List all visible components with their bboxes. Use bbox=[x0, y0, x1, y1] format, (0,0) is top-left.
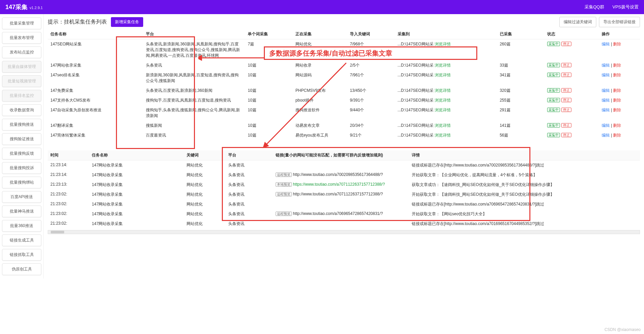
qq-group-link[interactable]: 采集QQ群 bbox=[585, 4, 604, 10]
cell-action: 编辑 | 删除 bbox=[599, 70, 640, 86]
sidebar-item-9[interactable]: 批量搜狗反馈 bbox=[2, 148, 41, 159]
edit-link[interactable]: 编辑 bbox=[602, 88, 610, 93]
cell-collect-to: ...D:\147SEO网站采 浏览详情 bbox=[395, 131, 497, 140]
task-row: 147网站收录采集头条资讯10篇网站收录2/5个...D:\147SEO网站采 … bbox=[48, 61, 640, 70]
cell-name: 147简体转繁体采集 bbox=[48, 131, 143, 140]
browse-detail-link[interactable]: 浏览详情 bbox=[435, 123, 451, 128]
log-plat: 头条资讯 bbox=[226, 180, 273, 190]
cell-action: 编辑 | 删除 bbox=[599, 96, 640, 105]
browse-detail-link[interactable]: 浏览详情 bbox=[435, 108, 451, 112]
log-detail: 链接或标题已存在[http://www.toutiao.com/a7016965… bbox=[409, 219, 640, 229]
stop-button[interactable]: 停止 bbox=[561, 88, 571, 92]
delete-link[interactable]: 删除 bbox=[613, 42, 621, 46]
delete-link[interactable]: 删除 bbox=[613, 88, 621, 93]
status-badge: 采集中 bbox=[547, 133, 560, 137]
export-errors-button[interactable]: 导出全部错误链接 bbox=[599, 17, 640, 27]
log-task: 147网站收录采集 bbox=[89, 209, 184, 219]
log-task: 147网站收录采集 bbox=[89, 219, 184, 229]
log-row: 21:23:14:147网站收录采集网站优化头条资讯远程预览http://www… bbox=[48, 170, 640, 180]
log-url[interactable]: http://www.toutiao.com/a7002098535617364… bbox=[293, 172, 383, 177]
edit-link[interactable]: 编辑 bbox=[602, 133, 610, 138]
local-preview-tag[interactable]: 本地预览 bbox=[276, 182, 292, 187]
sidebar-item-16[interactable]: 链接抓取工具 bbox=[2, 249, 41, 261]
log-row: 21:23:02:147网站收录采集网站优化头条资讯远程预览http://www… bbox=[48, 209, 640, 219]
browse-detail-link[interactable]: 浏览详情 bbox=[435, 42, 451, 46]
edit-link[interactable]: 编辑 bbox=[602, 98, 610, 103]
log-row: 21:23:02:147网站收录采集网站优化头条资讯链接或标题已存在[http:… bbox=[48, 199, 640, 209]
log-time: 21:23:02: bbox=[48, 199, 89, 209]
delete-link[interactable]: 删除 bbox=[613, 63, 621, 68]
cell-collecting: 易优eyou发布工具 bbox=[293, 131, 347, 140]
log-row: 21:23:02:147网站收录采集网站优化头条资讯链接或标题已存在[http:… bbox=[48, 219, 640, 229]
stop-button[interactable]: 停止 bbox=[561, 63, 571, 67]
stop-button[interactable]: 停止 bbox=[561, 42, 571, 46]
topbar: 147采集 v1.2.9.1 采集QQ群 VPS拨号设置 bbox=[0, 0, 644, 14]
delete-link[interactable]: 删除 bbox=[613, 123, 621, 128]
cell-collect-to: ...D:\147SEO网站采 浏览详情 bbox=[395, 96, 497, 105]
cell-perword: 10篇 bbox=[245, 121, 293, 131]
delete-link[interactable]: 删除 bbox=[613, 108, 621, 112]
cell-collect-to: ...D:\147SEO网站采 浏览详情 bbox=[395, 70, 497, 86]
sidebar-item-14[interactable]: 批量360推送 bbox=[2, 220, 41, 232]
delete-link[interactable]: 删除 bbox=[613, 133, 621, 138]
col-action: 操作 bbox=[599, 29, 640, 39]
col-perword: 单个词采集 bbox=[245, 29, 293, 39]
cell-action: 编辑 | 删除 bbox=[599, 39, 640, 61]
log-url[interactable]: http://www.toutiao.com/a7071122637157712… bbox=[293, 192, 383, 196]
edit-link[interactable]: 编辑 bbox=[602, 123, 610, 128]
sidebar-item-6[interactable]: 收录数据查询 bbox=[2, 104, 41, 116]
stop-button[interactable]: 停止 bbox=[561, 123, 571, 127]
stop-button[interactable]: 停止 bbox=[561, 73, 571, 77]
edit-link[interactable]: 编辑 bbox=[602, 73, 610, 77]
browse-detail-link[interactable]: 浏览详情 bbox=[435, 88, 451, 93]
sidebar-item-17[interactable]: 伪原创工具 bbox=[2, 263, 41, 275]
sidebar-item-12[interactable]: 百度API推送 bbox=[2, 191, 41, 203]
col-collecting: 正在采集 bbox=[293, 29, 347, 39]
delete-link[interactable]: 删除 bbox=[613, 73, 621, 77]
sidebar-item-8[interactable]: 搜狗验证推送 bbox=[2, 133, 41, 145]
cell-status: 采集中 停止 bbox=[545, 131, 599, 140]
delete-link[interactable]: 删除 bbox=[613, 98, 621, 103]
stop-button[interactable]: 停止 bbox=[561, 133, 571, 137]
sidebar-item-15[interactable]: 链接生成工具 bbox=[2, 234, 41, 246]
sidebar-item-0[interactable]: 批量采集管理 bbox=[2, 17, 41, 29]
horizontal-scrollbar[interactable] bbox=[48, 230, 640, 234]
cell-collect-to: ...D:\147SEO网站采 浏览详情 bbox=[395, 39, 497, 61]
browse-detail-link[interactable]: 浏览详情 bbox=[435, 98, 451, 103]
status-badge: 采集中 bbox=[547, 73, 560, 77]
remote-preview-tag[interactable]: 远程预览 bbox=[276, 212, 292, 216]
log-task: 147网站收录采集 bbox=[89, 160, 184, 171]
remote-preview-tag[interactable]: 远程预览 bbox=[276, 192, 292, 196]
cell-status: 采集中 停止 bbox=[545, 86, 599, 96]
sidebar-item-2[interactable]: 发布站点监控 bbox=[2, 46, 41, 58]
log-link bbox=[273, 219, 409, 229]
stop-button[interactable]: 停止 bbox=[561, 108, 571, 112]
cell-name: 147seo排名采集 bbox=[48, 70, 143, 86]
sidebar-item-7[interactable]: 批量搜狗推送 bbox=[2, 119, 41, 131]
add-task-button[interactable]: 新增采集任务 bbox=[111, 17, 143, 27]
cell-collecting: pboot插件 bbox=[293, 96, 347, 105]
vps-setting-link[interactable]: VPS拨号设置 bbox=[612, 4, 639, 10]
log-plat: 头条资讯 bbox=[226, 209, 273, 219]
browse-detail-link[interactable]: 浏览详情 bbox=[435, 63, 451, 68]
stop-button[interactable]: 停止 bbox=[561, 98, 571, 102]
task-row: 147免费采集头条资讯,百度资讯,新浪新闻,360新闻10篇PHPCMSV9发布… bbox=[48, 86, 640, 96]
remote-preview-tag[interactable]: 远程预览 bbox=[276, 173, 292, 177]
browse-detail-link[interactable]: 浏览详情 bbox=[435, 133, 451, 138]
log-url[interactable]: http://www.toutiao.com/a7069654728657420… bbox=[293, 211, 383, 216]
sidebar-item-10[interactable]: 批量搜狗投诉 bbox=[2, 162, 41, 174]
browse-detail-link[interactable]: 浏览详情 bbox=[435, 73, 451, 77]
edit-link[interactable]: 编辑 bbox=[602, 42, 610, 46]
log-url[interactable]: https://www.toutiao.com/a707112263715771… bbox=[293, 182, 385, 187]
task-row: 147支持各大CMS发布搜狗知乎,百度资讯,凤凰新闻,百度知道,搜狗资讯10篇p… bbox=[48, 96, 640, 105]
log-table: 时间 任务名称 关键词 平台 链接(量小的网站可能没有匹配，如需要可群内反馈增加… bbox=[48, 150, 640, 229]
edit-link[interactable]: 编辑 bbox=[602, 63, 610, 68]
filter-keyword-button[interactable]: 编辑过滤关键词 bbox=[559, 17, 596, 27]
sidebar-item-1[interactable]: 批量发布管理 bbox=[2, 32, 41, 44]
edit-link[interactable]: 编辑 bbox=[602, 108, 610, 112]
main-content: 提示：挂机采集任务列表 新增采集任务 编辑过滤关键词 导出全部错误链接 任务名称… bbox=[44, 14, 644, 279]
sidebar-item-11[interactable]: 批量搜狗绑站 bbox=[2, 177, 41, 188]
sidebar-item-13[interactable]: 批量神马推送 bbox=[2, 206, 41, 217]
cell-collecting: PHPCMSV9发布 bbox=[293, 86, 347, 96]
cell-name: 147SEO网站采集 bbox=[48, 39, 143, 61]
